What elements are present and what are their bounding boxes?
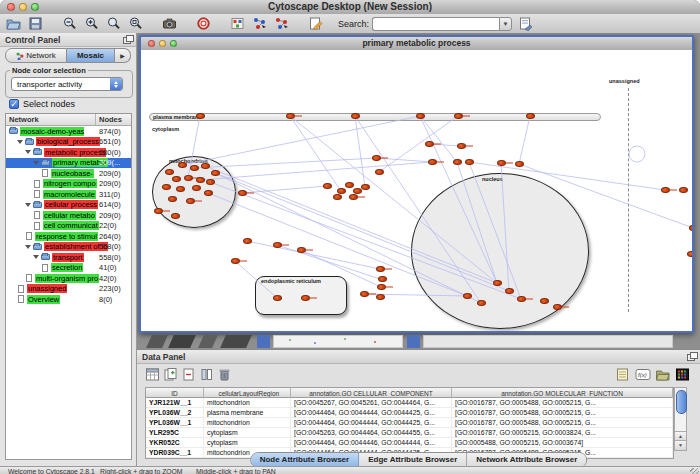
table-cell[interactable]: plasma membrane — [204, 408, 291, 417]
column-header[interactable]: annotation.GO CELLULAR_COMPONENT — [291, 388, 452, 398]
table-cell[interactable]: YKR052C — [146, 438, 204, 447]
resize-grip[interactable] — [690, 468, 699, 474]
tree-row[interactable]: nitrogen compo209(0) — [6, 179, 131, 190]
tree-row[interactable]: Overview8(0) — [6, 294, 131, 305]
network-edge[interactable] — [301, 250, 381, 287]
network-node[interactable] — [273, 295, 282, 301]
network-node[interactable] — [172, 176, 181, 182]
select-nodes-checkbox[interactable]: ✓ — [9, 99, 19, 109]
columns-icon[interactable] — [199, 367, 215, 383]
network-node[interactable] — [454, 113, 463, 119]
scrollbar-thumb[interactable] — [676, 390, 687, 414]
table-cell[interactable]: [GO:0005488, GO:0005215, GO:0003674] — [452, 438, 673, 447]
tree-row[interactable]: transport558(0) — [6, 252, 131, 263]
select-attributes-icon[interactable] — [145, 367, 161, 383]
network-node[interactable] — [376, 266, 385, 272]
network-edge[interactable] — [247, 241, 380, 269]
zoom-in-icon[interactable] — [83, 15, 100, 32]
network-node[interactable] — [204, 190, 213, 196]
tree-row[interactable]: mosaic-demo-yeast874(0) — [6, 126, 131, 137]
network-node[interactable] — [196, 113, 205, 119]
tree-row[interactable]: multi-organism pro42(0) — [6, 273, 131, 284]
network-view-window[interactable]: primary metabolic process plasma membran… — [139, 35, 694, 333]
vizmapper-icon[interactable] — [229, 15, 246, 32]
tab-mosaic[interactable]: Mosaic — [67, 48, 115, 63]
network-node[interactable] — [273, 242, 282, 248]
tree-row[interactable]: establishment of lo558(0) — [6, 242, 131, 253]
table-row[interactable]: YPL036W__2plasma membrane[GO:0044464, GO… — [146, 408, 673, 418]
table-cell[interactable]: [GO:0044464, GO:0044444, GO:0044425, G..… — [291, 418, 452, 427]
save-icon[interactable] — [27, 15, 44, 32]
network-node[interactable] — [372, 155, 381, 161]
network-node[interactable] — [243, 238, 252, 244]
self-loop-edge[interactable] — [629, 146, 645, 162]
tree-row[interactable]: macromolecule311(0) — [6, 189, 131, 200]
network-edge[interactable] — [210, 182, 521, 299]
expand-triangle-icon[interactable] — [33, 255, 39, 259]
table-row[interactable]: YJR121W__1mitochondrion[GO:0045267, GO:0… — [146, 398, 673, 408]
network-node[interactable] — [345, 182, 354, 188]
network-edge[interactable] — [501, 163, 509, 291]
network-node[interactable] — [687, 251, 693, 257]
select-edges-icon[interactable] — [273, 15, 290, 32]
table-cell[interactable]: cytoplasm — [204, 428, 291, 437]
network-node[interactable] — [238, 190, 247, 196]
network-edge[interactable] — [379, 116, 458, 172]
network-node[interactable] — [231, 258, 240, 264]
network-node[interactable] — [377, 284, 386, 290]
network-node[interactable] — [196, 177, 205, 183]
network-edge[interactable] — [519, 116, 530, 164]
network-node[interactable] — [477, 300, 486, 306]
tree-row[interactable]: cellular process614(0) — [6, 200, 131, 211]
network-edge[interactable] — [208, 193, 467, 296]
tree-row[interactable]: metabolic process280(0) — [6, 147, 131, 158]
tree-row[interactable]: cellular metabo209(0) — [6, 210, 131, 221]
network-window-titlebar[interactable]: primary metabolic process — [141, 37, 692, 51]
expand-triangle-icon[interactable] — [17, 140, 23, 144]
table-row[interactable]: YKR052Ccytoplasm[GO:0044464, GO:0044446,… — [146, 438, 673, 448]
table-cell[interactable]: YDR039C__1 — [146, 448, 204, 457]
expand-triangle-icon[interactable] — [33, 161, 39, 165]
network-node[interactable] — [323, 183, 332, 189]
filter-icon[interactable] — [517, 15, 534, 32]
network-node[interactable] — [176, 186, 185, 192]
table-cell[interactable]: [GO:0016787, GO:0005215, GO:0003824, G..… — [452, 428, 673, 437]
table-row[interactable]: YLR295Ccytoplasm[GO:0045263, GO:0044464,… — [146, 428, 673, 438]
network-node[interactable] — [517, 296, 526, 302]
network-node[interactable] — [453, 159, 462, 165]
search-dropdown-arrow[interactable]: ▼ — [499, 17, 512, 31]
expand-triangle-icon[interactable] — [25, 245, 31, 249]
network-node[interactable] — [165, 169, 174, 175]
network-edge[interactable] — [290, 116, 497, 283]
table-cell[interactable]: [GO:0044464, GO:0044446, GO:0044444, G..… — [291, 438, 452, 447]
network-node[interactable] — [378, 276, 387, 282]
network-edge[interactable] — [277, 245, 380, 279]
table-cell[interactable]: [GO:0016787, GO:0005488, GO:0005215, G..… — [452, 408, 673, 417]
open-file-icon[interactable] — [5, 15, 22, 32]
network-node[interactable] — [154, 208, 163, 214]
select-nodes-icon[interactable] — [251, 15, 268, 32]
network-node[interactable] — [351, 113, 360, 119]
tab-node-attribute-browser[interactable]: Node Attribute Browser — [251, 453, 360, 467]
network-edge[interactable] — [200, 162, 432, 180]
tree-row[interactable]: secretion41(0) — [6, 263, 131, 274]
tree-header-nodes[interactable]: Nodes — [96, 114, 131, 125]
network-node[interactable] — [168, 196, 177, 202]
network-node[interactable] — [192, 185, 201, 191]
network-node[interactable] — [465, 159, 474, 165]
network-node[interactable] — [162, 184, 171, 190]
snapshot-icon[interactable] — [161, 15, 178, 32]
column-header[interactable]: _cellularLayoutRegion — [204, 388, 291, 398]
tree-row[interactable]: cell communicat22(0) — [6, 221, 131, 232]
network-edge[interactable] — [457, 162, 497, 283]
column-header[interactable]: ID — [146, 388, 204, 398]
delete-attribute-icon[interactable] — [181, 367, 197, 383]
expand-triangle-icon[interactable] — [25, 203, 31, 207]
network-edge[interactable] — [290, 116, 341, 191]
zoom-out-icon[interactable] — [61, 15, 78, 32]
float-panel-icon[interactable] — [123, 35, 132, 43]
network-node[interactable] — [553, 304, 562, 310]
network-node[interactable] — [376, 294, 385, 300]
table-row[interactable]: YPL036W__1mitochondrion[GO:0044464, GO:0… — [146, 418, 673, 428]
network-node[interactable] — [171, 213, 180, 219]
